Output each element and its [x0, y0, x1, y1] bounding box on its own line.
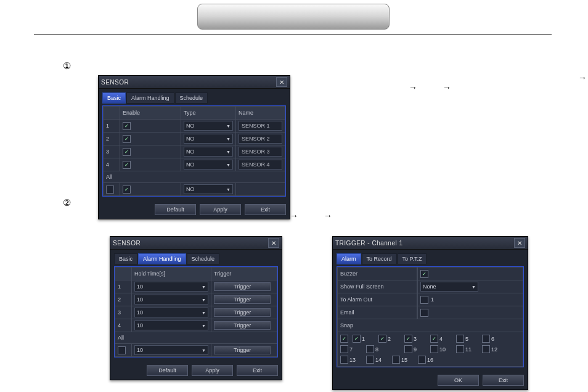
tab-alarm[interactable]: Alarm [337, 253, 361, 264]
tab-alarm-handling[interactable]: Alarm Handling [126, 92, 174, 104]
tab-to-ptz[interactable]: To P.T.Z [398, 253, 427, 264]
email-checkbox[interactable]: ✓ [420, 309, 428, 317]
row-index: 2 [104, 133, 120, 145]
table-row: 1 ✓ NO▼ SENSOR 1 [104, 120, 285, 133]
buzzer-label: Buzzer [337, 267, 417, 280]
hold-time-dropdown[interactable]: 10▼ [134, 282, 208, 292]
table-row: 4 10▼ Trigger [115, 319, 277, 332]
snap-checkbox-3[interactable]: ✓ [404, 335, 412, 343]
button-row: Default Apply Exit [99, 200, 290, 219]
default-button[interactable]: Default [155, 204, 196, 215]
all-master-checkbox[interactable]: ✓ [106, 186, 114, 194]
button-row: OK Exit [333, 371, 528, 390]
name-field[interactable]: SENSOR 4 [239, 160, 282, 169]
snap-checkbox-5[interactable]: ✓ [456, 335, 464, 343]
exit-button[interactable]: Exit [245, 204, 286, 215]
trigger-button[interactable]: Trigger [214, 282, 271, 291]
enable-checkbox[interactable]: ✓ [123, 148, 131, 156]
row-index: 3 [104, 145, 120, 158]
dropdown-value: NO [186, 186, 195, 192]
snap-master-checkbox[interactable]: ✓ [340, 335, 348, 343]
snap-checkbox-6[interactable]: ✓ [482, 335, 490, 343]
ok-button[interactable]: OK [438, 375, 479, 386]
enable-checkbox[interactable]: ✓ [123, 122, 131, 130]
all-master-checkbox[interactable]: ✓ [118, 346, 126, 354]
enable-checkbox[interactable]: ✓ [123, 135, 131, 143]
titlebar: SENSOR ✕ [110, 237, 282, 250]
close-button[interactable]: ✕ [276, 77, 287, 87]
snap-checkbox-1[interactable]: ✓ [353, 335, 361, 343]
tab-alarm-handling[interactable]: Alarm Handling [138, 253, 186, 264]
apply-button[interactable]: Apply [200, 204, 241, 215]
alarm-out-checkbox[interactable]: ✓ [420, 296, 428, 304]
full-screen-dropdown[interactable]: None▼ [420, 282, 478, 292]
row-index: 2 [115, 293, 132, 306]
content-frame: Hold Time[s] Trigger 1 10▼ Trigger 2 10▼… [114, 266, 278, 357]
snap-checkbox-9[interactable]: ✓ [404, 345, 412, 353]
trigger-channel-dialog: TRIGGER - Channel 1 ✕ Alarm To Record To… [332, 236, 528, 390]
snap-checkbox-2[interactable]: ✓ [378, 335, 386, 343]
snap-num: 15 [401, 357, 407, 363]
snap-checkbox-8[interactable]: ✓ [366, 345, 374, 353]
all-type-dropdown[interactable]: NO▼ [184, 184, 233, 194]
buzzer-checkbox[interactable]: ✓ [420, 270, 428, 278]
type-dropdown[interactable]: NO▼ [184, 147, 233, 157]
snap-checkbox-16[interactable]: ✓ [418, 356, 426, 364]
snap-checkbox-7[interactable]: ✓ [340, 345, 348, 353]
snap-num: 10 [439, 346, 446, 353]
sensor-alarm-handling-dialog: SENSOR ✕ Basic Alarm Handling Schedule H… [110, 236, 282, 380]
full-screen-label: Show Full Screen [337, 280, 417, 293]
sensor-table: Enable Type Name 1 ✓ NO▼ SENSOR 1 2 ✓ NO… [103, 106, 285, 196]
hold-time-dropdown[interactable]: 10▼ [134, 321, 208, 330]
close-icon: ✕ [517, 240, 523, 247]
col-hold-time: Hold Time[s] [132, 267, 211, 280]
exit-button[interactable]: Exit [483, 375, 524, 386]
snap-checkbox-12[interactable]: ✓ [482, 345, 490, 353]
name-field[interactable]: SENSOR 1 [239, 121, 282, 131]
trigger-button[interactable]: Trigger [214, 308, 271, 317]
hold-time-dropdown[interactable]: 10▼ [134, 295, 208, 304]
close-button[interactable]: ✕ [268, 238, 279, 248]
tab-schedule[interactable]: Schedule [175, 92, 208, 104]
type-dropdown[interactable]: NO▼ [184, 160, 233, 169]
tab-basic[interactable]: Basic [102, 92, 126, 104]
hold-time-dropdown[interactable]: 10▼ [134, 308, 208, 317]
name-field[interactable]: SENSOR 3 [239, 147, 282, 157]
alarm-out-num: 1 [431, 296, 434, 303]
alarm-out-label: To Alarm Out [337, 293, 417, 306]
tab-basic[interactable]: Basic [114, 253, 137, 264]
all-trigger-button[interactable]: Trigger [214, 346, 271, 354]
snap-checkbox-15[interactable]: ✓ [392, 356, 400, 364]
snap-num: 11 [465, 346, 472, 353]
snap-checkbox-10[interactable]: ✓ [430, 345, 438, 353]
type-dropdown[interactable]: NO▼ [184, 134, 233, 144]
type-dropdown[interactable]: NO▼ [184, 121, 233, 131]
name-field[interactable]: SENSOR 2 [239, 134, 282, 144]
tab-schedule[interactable]: Schedule [187, 253, 220, 264]
dropdown-value: 10 [137, 347, 143, 353]
trigger-button[interactable]: Trigger [214, 321, 271, 330]
all-hold-dropdown[interactable]: 10▼ [134, 345, 208, 355]
apply-button[interactable]: Apply [192, 365, 233, 376]
row-index: 4 [104, 158, 120, 171]
tab-to-record[interactable]: To Record [362, 253, 397, 264]
snap-checkbox-13[interactable]: ✓ [340, 356, 348, 364]
exit-button[interactable]: Exit [237, 365, 278, 376]
snap-num: 2 [388, 336, 391, 342]
tab-row: Alarm To Record To P.T.Z [337, 253, 524, 264]
close-button[interactable]: ✕ [514, 238, 525, 248]
chevron-down-icon: ▼ [226, 124, 231, 128]
snap-checkbox-11[interactable]: ✓ [456, 345, 464, 353]
dropdown-value: NO [186, 123, 195, 129]
table-row-all-values: ✓ 10▼ Trigger [115, 344, 277, 357]
dropdown-value: 10 [137, 284, 143, 290]
all-enable-checkbox[interactable]: ✓ [123, 186, 131, 194]
col-index [115, 267, 132, 280]
snap-checkbox-4[interactable]: ✓ [430, 335, 438, 343]
tab-row: Basic Alarm Handling Schedule [102, 92, 286, 104]
dropdown-value: NO [186, 136, 195, 142]
enable-checkbox[interactable]: ✓ [123, 161, 131, 169]
snap-checkbox-14[interactable]: ✓ [366, 356, 374, 364]
trigger-button[interactable]: Trigger [214, 295, 271, 304]
default-button[interactable]: Default [147, 365, 188, 376]
